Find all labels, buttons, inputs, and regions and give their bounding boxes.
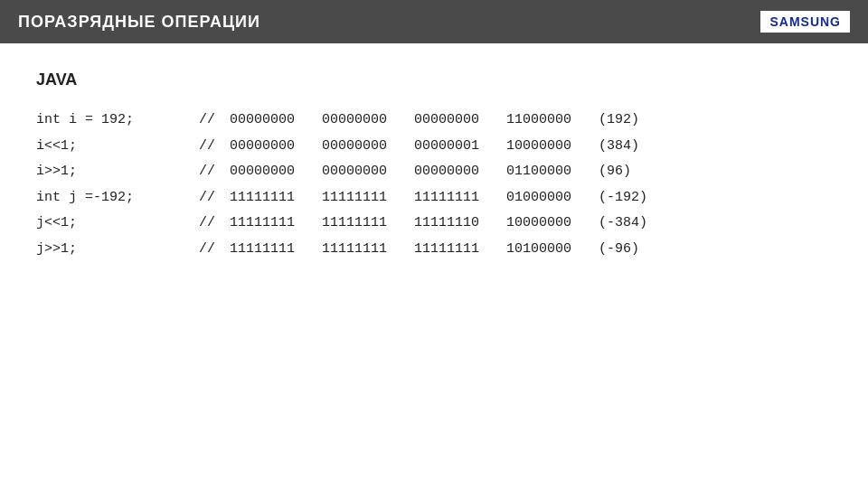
comment-byte1: 11111111 (230, 237, 311, 263)
comment-byte3: 11111111 (414, 185, 495, 211)
code-row: i>>1; // 00000000 00000000 00000000 0110… (36, 159, 832, 185)
comment-result: (-192) (599, 185, 653, 211)
code-comment: // 00000000 00000000 00000000 11000000 (… (199, 108, 653, 134)
comment-byte4: 01000000 (506, 185, 588, 211)
comment-byte4: 10000000 (506, 134, 588, 160)
comment-slash: // (199, 211, 219, 237)
code-comment: // 00000000 00000000 00000000 01100000 (… (199, 159, 653, 185)
comment-byte3: 11111111 (414, 237, 495, 263)
code-row: j>>1; // 11111111 11111111 11111111 1010… (36, 237, 832, 263)
comment-slash: // (199, 108, 219, 134)
code-row: j<<1; // 11111111 11111111 11111110 1000… (36, 211, 832, 237)
comment-byte4: 10000000 (506, 211, 588, 237)
comment-result: (384) (599, 134, 653, 160)
code-statement: j<<1; (36, 211, 199, 237)
comment-slash: // (199, 159, 219, 185)
comment-byte2: 00000000 (322, 134, 403, 160)
comment-byte1: 11111111 (230, 185, 311, 211)
code-comment: // 11111111 11111111 11111111 10100000 (… (199, 237, 653, 263)
comment-byte1: 11111111 (230, 211, 311, 237)
comment-slash: // (199, 134, 219, 160)
code-statement: int i = 192; (36, 108, 199, 134)
comment-byte3: 00000000 (414, 108, 495, 134)
content-area: JAVA int i = 192; // 00000000 00000000 0… (0, 43, 868, 289)
comment-byte3: 00000001 (414, 134, 495, 160)
comment-byte4: 11000000 (506, 108, 588, 134)
comment-byte1: 00000000 (230, 159, 311, 185)
code-statement: j>>1; (36, 237, 199, 263)
comment-byte2: 11111111 (322, 211, 403, 237)
code-comment: // 11111111 11111111 11111110 10000000 (… (199, 211, 653, 237)
samsung-logo: SAMSUNG (760, 11, 850, 33)
code-comment: // 00000000 00000000 00000001 10000000 (… (199, 134, 653, 160)
code-row: int j =-192; // 11111111 11111111 111111… (36, 185, 832, 211)
code-block: int i = 192; // 00000000 00000000 000000… (36, 108, 832, 262)
comment-byte2: 11111111 (322, 185, 403, 211)
code-statement: int j =-192; (36, 185, 199, 211)
comment-byte1: 00000000 (230, 134, 311, 160)
comment-slash: // (199, 237, 219, 263)
code-statement: i<<1; (36, 134, 199, 160)
comment-byte2: 11111111 (322, 237, 403, 263)
comment-slash: // (199, 185, 219, 211)
comment-result: (-384) (599, 211, 653, 237)
comment-byte2: 00000000 (322, 108, 403, 134)
code-statement: i>>1; (36, 159, 199, 185)
comment-byte3: 11111110 (414, 211, 495, 237)
header: ПОРАЗРЯДНЫЕ ОПЕРАЦИИ SAMSUNG (0, 0, 868, 43)
code-row: int i = 192; // 00000000 00000000 000000… (36, 108, 832, 134)
comment-byte3: 00000000 (414, 159, 495, 185)
comment-result: (-96) (599, 237, 653, 263)
page-title: ПОРАЗРЯДНЫЕ ОПЕРАЦИИ (18, 13, 260, 32)
comment-byte1: 00000000 (230, 108, 311, 134)
section-label: JAVA (36, 70, 832, 89)
code-comment: // 11111111 11111111 11111111 01000000 (… (199, 185, 653, 211)
comment-byte2: 00000000 (322, 159, 403, 185)
comment-byte4: 01100000 (506, 159, 588, 185)
comment-byte4: 10100000 (506, 237, 588, 263)
comment-result: (192) (599, 108, 653, 134)
comment-result: (96) (599, 159, 653, 185)
code-row: i<<1; // 00000000 00000000 00000001 1000… (36, 134, 832, 160)
